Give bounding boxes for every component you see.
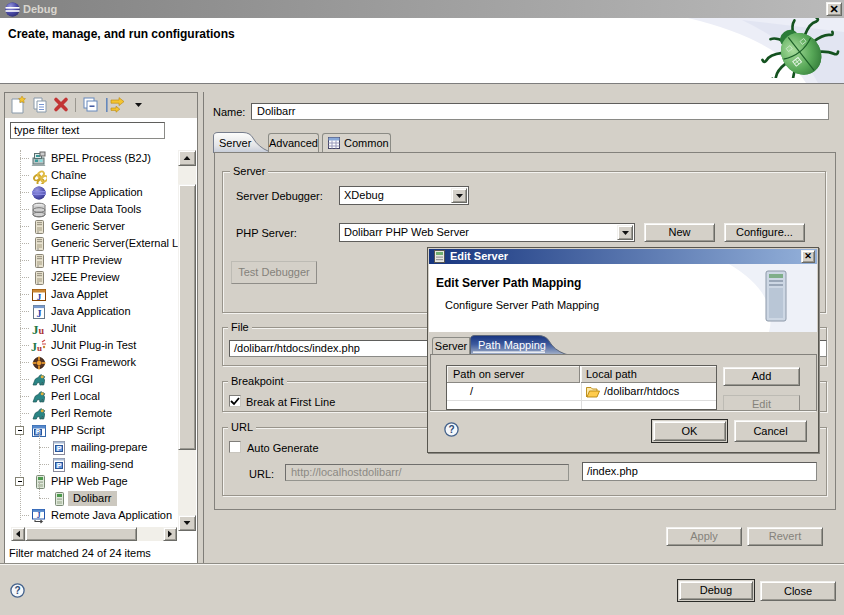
svg-text:?: ? bbox=[14, 585, 20, 596]
svg-text:?: ? bbox=[448, 424, 454, 435]
